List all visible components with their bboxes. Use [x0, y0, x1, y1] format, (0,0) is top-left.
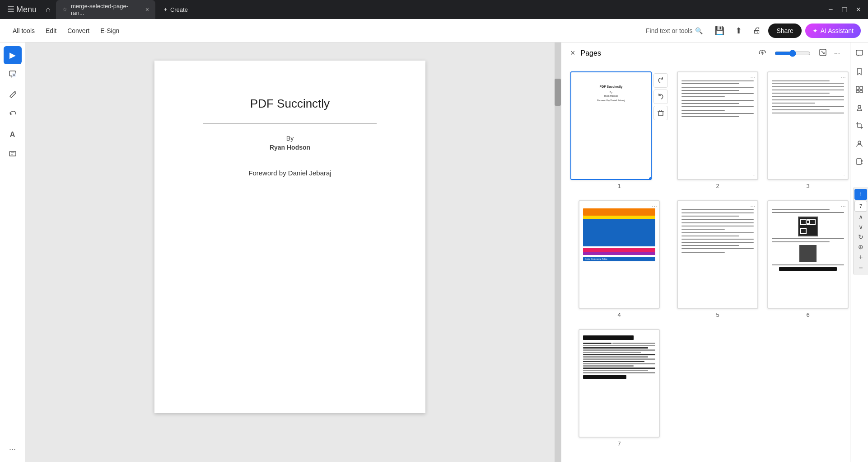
page-nav-box-1[interactable]: 1: [854, 189, 867, 200]
page-thumb-container-3: ···: [767, 71, 849, 180]
share-button[interactable]: Share: [768, 24, 801, 38]
search-icon: 🔍: [695, 27, 703, 34]
page-navigation: 1 7 ∧ ∨ ↻ ⊕ + −: [853, 187, 868, 275]
select-tool-button[interactable]: ▶: [4, 46, 22, 64]
page-nav-download-button[interactable]: ⊕: [857, 242, 864, 251]
zoom-in-button[interactable]: +: [858, 252, 863, 262]
document-title: PDF Succinctly: [250, 97, 330, 111]
thumb-text-dense: [681, 208, 754, 254]
page-thumbnail-7[interactable]: [579, 329, 660, 438]
right-location-button[interactable]: [851, 100, 868, 117]
page-thumb-container-6: ···: [767, 200, 849, 309]
thumb-row-12: [583, 368, 655, 369]
draw-tool-button[interactable]: [4, 86, 22, 104]
page-number-6: 6: [806, 311, 809, 318]
ai-icon: ✦: [812, 27, 818, 34]
thumb-more-icon: ···: [840, 74, 846, 80]
upload-icon-button[interactable]: ⬆: [732, 23, 746, 38]
zoom-in-icon: +: [859, 253, 863, 261]
page-thumbnail-4[interactable]: ··· Color Reference Table --: [579, 200, 660, 309]
thumb-more-icon: ···: [750, 74, 756, 80]
page-1-actions: [653, 71, 668, 120]
thumb-row-7: [583, 356, 648, 358]
zoom-slider[interactable]: [775, 50, 811, 57]
thumb-page-marker: --: [844, 174, 845, 176]
page-thumbnail-2[interactable]: ···: [677, 71, 758, 180]
page-delete-button[interactable]: [653, 106, 668, 120]
page-rotate-ccw-button[interactable]: [653, 90, 668, 104]
thumb-author-text: Ryan Hodson: [575, 94, 647, 97]
page-rotate-cw-button[interactable]: [653, 73, 668, 88]
page-nav-up-button[interactable]: ∧: [858, 212, 864, 222]
document-scrollbar[interactable]: [555, 42, 561, 462]
page-thumb-wrapper-2: ···: [677, 71, 758, 189]
right-panel-active-button[interactable]: [851, 82, 868, 99]
pages-panel: × Pages ··: [561, 42, 850, 462]
svg-rect-18: [856, 90, 859, 93]
more-icon: ···: [834, 49, 840, 57]
minimize-button[interactable]: −: [825, 3, 837, 16]
esign-button[interactable]: E-Sign: [95, 24, 125, 38]
panel-upload-button[interactable]: [756, 47, 769, 60]
search-bar[interactable]: Find text or tools 🔍: [641, 24, 708, 37]
page-thumbnail-5[interactable]: ···: [677, 200, 758, 309]
print-icon-button[interactable]: 🖨: [749, 23, 765, 38]
page-thumbnail-1[interactable]: PDF Succinctly By Ryan Hodson Foreword b…: [570, 71, 652, 180]
right-bookmark-button[interactable]: [851, 64, 868, 80]
pages-panel-close-button[interactable]: ×: [569, 47, 577, 60]
tab-favicon: ☆: [62, 6, 67, 13]
convert-button[interactable]: Convert: [62, 24, 95, 38]
page-thumbnail-3[interactable]: ···: [767, 71, 849, 180]
thumb-content-6: ···: [768, 201, 848, 308]
browser-menu-button[interactable]: ☰ Menu: [4, 3, 40, 16]
comment-add-icon: [8, 70, 17, 81]
maximize-button[interactable]: □: [839, 3, 851, 16]
ai-assistant-button[interactable]: ✦ AI Assistant: [805, 24, 861, 38]
form-tool-button[interactable]: [4, 146, 22, 164]
right-crop-button[interactable]: [851, 118, 868, 135]
page-nav-box-7[interactable]: 7: [854, 201, 867, 212]
browser-tab[interactable]: ☆ merge-selected-page-ran... ×: [56, 0, 155, 19]
page-number-1: 1: [617, 183, 621, 189]
svg-rect-26: [857, 159, 861, 165]
author-name: Ryan Hodson: [270, 144, 310, 151]
page-nav-down-button[interactable]: ∨: [858, 222, 864, 231]
selected-indicator: [648, 176, 652, 180]
panel-extract-button[interactable]: [816, 47, 830, 60]
right-extract-button[interactable]: [851, 155, 868, 171]
thumb-more-icon: ···: [840, 203, 846, 209]
all-tools-button[interactable]: All tools: [7, 24, 40, 38]
close-browser-button[interactable]: ×: [852, 3, 864, 16]
more-tools-button[interactable]: ···: [4, 440, 22, 458]
page-thumbnail-6[interactable]: ···: [767, 200, 849, 309]
edit-button[interactable]: Edit: [40, 24, 62, 38]
document-page: PDF Succinctly By Ryan Hodson Foreword b…: [154, 61, 425, 413]
thumb-foreword-text: Foreword by Daniel Jebaraj: [575, 99, 647, 102]
undo-tool-button[interactable]: [4, 106, 22, 124]
save-icon-button[interactable]: 💾: [711, 23, 728, 38]
tab-title: merge-selected-page-ran...: [71, 3, 140, 16]
panel-more-button[interactable]: ···: [831, 47, 843, 59]
plus-icon: ＋: [163, 5, 168, 14]
right-person-button[interactable]: [851, 137, 868, 153]
page-nav-rotate-button[interactable]: ↻: [857, 232, 864, 241]
bookmark-icon: [855, 67, 863, 77]
home-icon: ⌂: [46, 5, 51, 14]
page-number-5: 5: [716, 311, 719, 318]
thumb-content-5: ···: [678, 201, 757, 308]
page-thumb-wrapper-5: ···: [677, 200, 758, 318]
text-tool-button[interactable]: A: [4, 126, 22, 144]
right-comment-button[interactable]: [851, 46, 868, 62]
zoom-out-button[interactable]: −: [858, 263, 863, 273]
thumb-row-9: [583, 361, 644, 362]
scrollbar-thumb[interactable]: [555, 79, 561, 106]
svg-rect-10: [658, 112, 663, 116]
page-number-3: 3: [806, 183, 809, 189]
browser-home-button[interactable]: ⌂: [44, 3, 52, 16]
thumb-toc: [681, 80, 754, 118]
comment-tool-button[interactable]: [4, 66, 22, 84]
new-tab-button[interactable]: ＋ Create: [159, 4, 191, 15]
tab-close-button[interactable]: ×: [145, 6, 149, 13]
page-number-4: 4: [617, 311, 621, 318]
thumb-row-3: [583, 347, 648, 349]
